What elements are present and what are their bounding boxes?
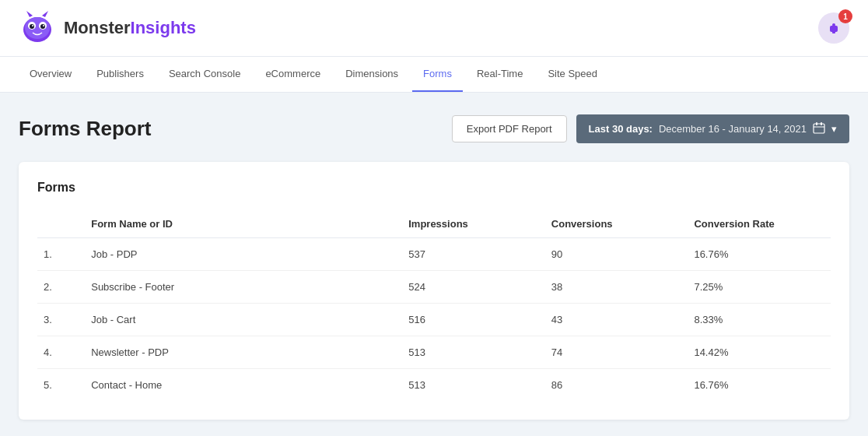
cell-rate: 16.76% <box>688 238 831 271</box>
forms-table: Form Name or ID Impressions Conversions … <box>37 210 831 401</box>
table-row: 2. Subscribe - Footer 524 38 7.25% <box>37 271 831 304</box>
header-right: 1 <box>818 12 849 44</box>
cell-rate: 16.76% <box>688 369 831 402</box>
logo-insights: Insights <box>131 18 196 37</box>
header: MonsterInsights 1 <box>0 0 868 57</box>
cell-form-name: Job - Cart <box>85 304 402 336</box>
cell-num: 2. <box>37 271 85 304</box>
col-header-rate: Conversion Rate <box>688 210 831 238</box>
svg-point-1 <box>25 17 50 39</box>
table-row: 1. Job - PDP 537 90 16.76% <box>37 238 831 271</box>
cell-conversions: 38 <box>545 271 688 304</box>
svg-point-7 <box>43 25 44 26</box>
main-content: Forms Report Export PDF Report Last 30 d… <box>0 93 868 436</box>
logo-icon <box>19 9 56 47</box>
report-actions: Export PDF Report Last 30 days: December… <box>452 114 849 143</box>
svg-rect-15 <box>821 122 822 125</box>
notification-icon <box>826 20 842 36</box>
svg-rect-14 <box>816 122 817 125</box>
notification-button[interactable]: 1 <box>818 12 849 44</box>
date-range-label: Last 30 days: <box>589 123 653 135</box>
cell-num: 1. <box>37 238 85 271</box>
nav-item-ecommerce[interactable]: eCommerce <box>254 57 331 92</box>
cell-impressions: 516 <box>402 304 545 336</box>
svg-point-4 <box>30 24 34 29</box>
nav-item-publishers[interactable]: Publishers <box>86 57 155 92</box>
col-header-name: Form Name or ID <box>85 210 402 238</box>
cell-form-name: Newsletter - PDP <box>85 336 402 369</box>
cell-rate: 14.42% <box>688 336 831 369</box>
svg-marker-8 <box>26 11 33 17</box>
cell-rate: 8.33% <box>688 304 831 336</box>
col-header-conversions: Conversions <box>545 210 688 238</box>
svg-marker-9 <box>42 11 48 17</box>
nav-item-overview[interactable]: Overview <box>19 57 82 92</box>
svg-rect-11 <box>832 31 835 33</box>
cell-impressions: 513 <box>402 369 545 402</box>
cell-impressions: 537 <box>402 238 545 271</box>
svg-rect-12 <box>832 23 835 26</box>
nav-item-real-time[interactable]: Real-Time <box>466 57 534 92</box>
logo-area: MonsterInsights <box>19 9 196 47</box>
cell-form-name: Subscribe - Footer <box>85 271 402 304</box>
chevron-down-icon: ▾ <box>831 123 837 135</box>
nav-item-site-speed[interactable]: Site Speed <box>537 57 608 92</box>
table-row: 3. Job - Cart 516 43 8.33% <box>37 304 831 336</box>
col-header-impressions: Impressions <box>402 210 545 238</box>
notification-badge: 1 <box>838 9 852 23</box>
cell-conversions: 86 <box>545 369 688 402</box>
nav-item-search-console[interactable]: Search Console <box>158 57 252 92</box>
export-pdf-button[interactable]: Export PDF Report <box>452 115 567 142</box>
table-header-row: Form Name or ID Impressions Conversions … <box>37 210 831 238</box>
cell-rate: 7.25% <box>688 271 831 304</box>
nav-bar: Overview Publishers Search Console eComm… <box>0 57 868 93</box>
cell-conversions: 43 <box>545 304 688 336</box>
nav-item-dimensions[interactable]: Dimensions <box>334 57 409 92</box>
table-row: 5. Contact - Home 513 86 16.76% <box>37 369 831 402</box>
nav-item-forms[interactable]: Forms <box>412 57 463 92</box>
svg-point-5 <box>40 24 45 29</box>
date-range-value: December 16 - January 14, 2021 <box>659 123 807 135</box>
forms-table-card: Forms Form Name or ID Impressions Conver… <box>19 162 849 420</box>
svg-point-6 <box>32 25 33 26</box>
cell-impressions: 513 <box>402 336 545 369</box>
table-section-title: Forms <box>37 181 831 195</box>
cell-num: 3. <box>37 304 85 336</box>
cell-form-name: Contact - Home <box>85 369 402 402</box>
logo-text: MonsterInsights <box>64 18 196 38</box>
date-range-button[interactable]: Last 30 days: December 16 - January 14, … <box>576 114 849 143</box>
calendar-icon <box>813 121 825 136</box>
report-header: Forms Report Export PDF Report Last 30 d… <box>19 114 849 143</box>
col-header-number <box>37 210 85 238</box>
svg-rect-13 <box>814 124 824 133</box>
cell-conversions: 74 <box>545 336 688 369</box>
table-row: 4. Newsletter - PDP 513 74 14.42% <box>37 336 831 369</box>
cell-num: 4. <box>37 336 85 369</box>
cell-impressions: 524 <box>402 271 545 304</box>
cell-form-name: Job - PDP <box>85 238 402 271</box>
cell-conversions: 90 <box>545 238 688 271</box>
svg-rect-10 <box>830 26 838 32</box>
report-title: Forms Report <box>19 117 151 141</box>
logo-monster: Monster <box>64 18 131 37</box>
cell-num: 5. <box>37 369 85 402</box>
